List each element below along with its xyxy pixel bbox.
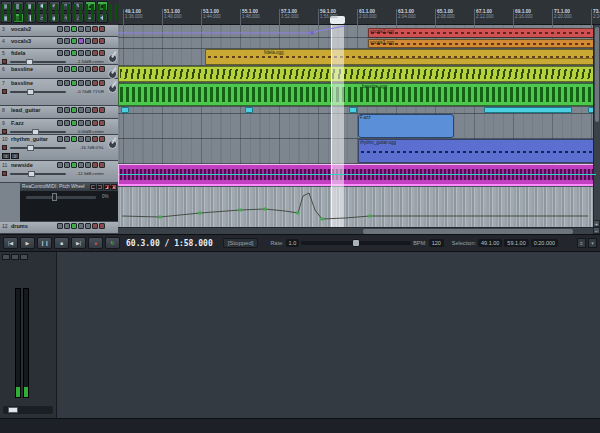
- solo-button[interactable]: [99, 120, 105, 126]
- env-button[interactable]: [57, 80, 63, 86]
- mute-button[interactable]: [92, 66, 98, 72]
- io-button[interactable]: [64, 223, 70, 229]
- track-panel-newside[interactable]: 11newside-12.3dB center: [0, 161, 118, 183]
- io-button[interactable]: [64, 136, 70, 142]
- track-panel-lead_guitar[interactable]: 8lead_guitar: [0, 106, 118, 119]
- panel-close-button[interactable]: ✕: [111, 184, 117, 190]
- track-panel-vocals2[interactable]: 3vocals2: [0, 25, 118, 37]
- fx-slot-button[interactable]: 1: [2, 153, 10, 159]
- record-arm-button[interactable]: [85, 38, 91, 44]
- fx-button[interactable]: [71, 162, 77, 168]
- record-arm-button[interactable]: [85, 136, 91, 142]
- io-button[interactable]: [64, 120, 70, 126]
- env-button[interactable]: [57, 162, 63, 168]
- transport-time-display[interactable]: 60.3.00 / 1:58.000: [126, 239, 213, 248]
- horizontal-scrollbar[interactable]: [118, 227, 593, 234]
- env-button[interactable]: [57, 120, 63, 126]
- monitor-button[interactable]: [78, 107, 84, 113]
- fx-button[interactable]: [71, 80, 77, 86]
- mute-button[interactable]: [92, 162, 98, 168]
- fx-button[interactable]: [71, 66, 77, 72]
- mute-button[interactable]: [92, 80, 98, 86]
- record-arm-button[interactable]: [85, 107, 91, 113]
- track-panel-bassline[interactable]: 7bassline-0.74dB 71%R: [0, 79, 118, 106]
- record-arm-button[interactable]: [85, 80, 91, 86]
- track-mute-button[interactable]: [2, 129, 7, 134]
- mute-button[interactable]: [92, 38, 98, 44]
- master-mono-button[interactable]: [11, 254, 19, 260]
- solo-button[interactable]: [99, 223, 105, 229]
- env-button[interactable]: [57, 50, 63, 56]
- volume-slider[interactable]: [10, 131, 66, 133]
- volume-slider-handle[interactable]: [28, 171, 35, 177]
- env-button[interactable]: [57, 66, 63, 72]
- clip-newside[interactable]: [118, 164, 597, 186]
- record-arm-button[interactable]: [85, 162, 91, 168]
- fx-button[interactable]: [71, 223, 77, 229]
- monitor-button[interactable]: [78, 162, 84, 168]
- zoom-in-button[interactable]: +: [593, 220, 600, 227]
- selection-end[interactable]: 59.1.00: [504, 239, 528, 247]
- clip-bassline[interactable]: bassline.ogg: [118, 83, 597, 106]
- vertical-scrollbar[interactable]: [593, 25, 600, 227]
- io-button[interactable]: [64, 26, 70, 32]
- arrange-view[interactable]: vocals2.oggvocals3.oggfidela.oggbassline…: [118, 25, 600, 234]
- clip-bassline-midi[interactable]: [118, 66, 597, 82]
- record-arm-button[interactable]: [85, 120, 91, 126]
- clip-vocals3[interactable]: vocals3.ogg: [368, 39, 597, 48]
- solo-button[interactable]: [99, 107, 105, 113]
- io-button[interactable]: [64, 38, 70, 44]
- fx-button[interactable]: [71, 136, 77, 142]
- master-strip[interactable]: [0, 252, 57, 418]
- env-button[interactable]: [57, 136, 63, 142]
- vertical-scrollbar-handle[interactable]: [595, 27, 599, 122]
- track-mute-button[interactable]: [2, 59, 7, 64]
- volume-slider-handle[interactable]: [27, 145, 34, 151]
- fx-button[interactable]: [71, 38, 77, 44]
- monitor-button[interactable]: [78, 50, 84, 56]
- solo-button[interactable]: [99, 66, 105, 72]
- track-mute-button[interactable]: [2, 89, 7, 94]
- volume-slider[interactable]: [10, 173, 66, 175]
- record-arm-button[interactable]: [85, 50, 91, 56]
- reacontrolmidi-panel[interactable]: ReaControlMIDI: Pitch Wheel≡▫●✕0%: [20, 183, 118, 222]
- env-button[interactable]: [57, 223, 63, 229]
- selection-start[interactable]: 49.1.00: [478, 239, 502, 247]
- mute-button[interactable]: [92, 223, 98, 229]
- mute-button[interactable]: [92, 50, 98, 56]
- monitor-button[interactable]: [78, 136, 84, 142]
- solo-button[interactable]: [99, 38, 105, 44]
- solo-button[interactable]: [99, 136, 105, 142]
- go-to-start-button[interactable]: |◀: [3, 237, 18, 249]
- mute-button[interactable]: [92, 107, 98, 113]
- master-io-button[interactable]: [20, 254, 28, 260]
- track-panel-drums[interactable]: 12drums: [0, 222, 118, 234]
- record-arm-button[interactable]: [85, 223, 91, 229]
- solo-button[interactable]: [99, 50, 105, 56]
- track-panel-F.azz[interactable]: 9F.azz0.00dB center: [0, 119, 118, 135]
- monitor-button[interactable]: [78, 26, 84, 32]
- mute-button[interactable]: [92, 26, 98, 32]
- fx-slot-button[interactable]: 2: [11, 153, 19, 159]
- pause-button[interactable]: ❙❙: [37, 237, 52, 249]
- pitch-wheel-slider[interactable]: [26, 196, 96, 199]
- track-panel-bassline[interactable]: 6bassline: [0, 65, 118, 79]
- solo-button[interactable]: [99, 80, 105, 86]
- fx-button[interactable]: [71, 107, 77, 113]
- rate-slider[interactable]: [301, 241, 411, 245]
- env-button[interactable]: [57, 26, 63, 32]
- clip-fidela[interactable]: fidela.ogg: [205, 49, 597, 65]
- play-button[interactable]: ▶: [20, 237, 35, 249]
- transport-menu-button[interactable]: ≡: [577, 238, 586, 248]
- track-panel-fidela[interactable]: 5fidela-1.54dB center: [0, 49, 118, 65]
- transport-dock-button[interactable]: ▾: [588, 238, 597, 248]
- volume-slider-handle[interactable]: [27, 89, 34, 95]
- fx-panel-titlebar[interactable]: ReaControlMIDI: Pitch Wheel≡▫●✕: [20, 183, 118, 191]
- volume-slider[interactable]: [10, 147, 66, 149]
- track-panel-rhythm_guitar[interactable]: 10rhythm_guitar-16.7dB 0%L12: [0, 135, 118, 161]
- io-button[interactable]: [64, 162, 70, 168]
- fx-button[interactable]: [71, 120, 77, 126]
- master-volume-fader[interactable]: [3, 406, 53, 414]
- io-button[interactable]: [64, 80, 70, 86]
- clip-rhythm-guitar[interactable]: rhythm_guitar.ogg: [358, 139, 597, 163]
